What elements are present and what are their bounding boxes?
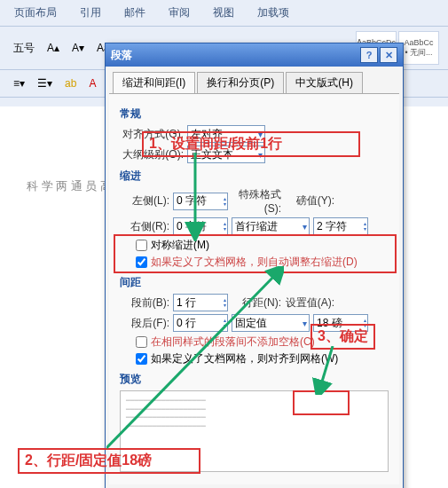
dialog-panel: 常规 对齐方式(G): 左对齐 大纲级别(O): 正文文本 缩进 左侧(L): … xyxy=(109,93,399,484)
at-label: 设置值(A): xyxy=(285,295,334,311)
tab-addins[interactable]: 加载项 xyxy=(254,4,293,22)
shrink-font-icon[interactable]: A▾ xyxy=(67,39,89,57)
tab-line-page[interactable]: 换行和分页(P) xyxy=(197,72,284,93)
dialog-tabs: 缩进和间距(I) 换行和分页(P) 中文版式(H) xyxy=(106,67,403,93)
line-combo[interactable]: 固定值 xyxy=(232,314,310,332)
outline-label: 大纲级别(O): xyxy=(120,147,184,162)
left-label: 左侧(L): xyxy=(120,193,169,209)
dialog-title: 段落 xyxy=(111,48,132,63)
tab-references[interactable]: 引用 xyxy=(76,4,105,22)
left-spin[interactable]: 0 字符 xyxy=(173,193,228,210)
by-spin[interactable]: 2 字符 xyxy=(313,217,368,235)
tab-indent-spacing[interactable]: 缩进和间距(I) xyxy=(113,72,195,93)
section-spacing: 间距 xyxy=(120,275,389,290)
snapgrid-check[interactable] xyxy=(136,353,147,365)
after-spin[interactable]: 0 行 xyxy=(173,314,228,332)
numbering-icon[interactable]: ☰▾ xyxy=(33,75,57,92)
mirror-label: 对称缩进(M) xyxy=(151,238,209,253)
tab-mail[interactable]: 邮件 xyxy=(121,4,149,22)
highlight-icon[interactable]: ab xyxy=(60,75,81,92)
section-general: 常规 xyxy=(120,106,389,122)
autoadj-label: 如果定义了文档网格，则自动调整右缩进(D) xyxy=(151,255,358,270)
right-label: 右侧(R): xyxy=(120,219,169,234)
font-color-icon[interactable]: A xyxy=(84,75,100,92)
section-preview: 预览 xyxy=(120,372,389,387)
snapgrid-label: 如果定义了文档网格，则对齐到网格(W) xyxy=(151,351,338,366)
at-spin[interactable]: 18 磅 xyxy=(313,314,368,332)
align-label: 对齐方式(G): xyxy=(120,127,184,142)
nospace-check[interactable] xyxy=(136,336,147,348)
right-spin[interactable]: 0 字符 xyxy=(173,217,228,235)
outline-combo[interactable]: 正文文本 xyxy=(187,146,265,163)
tab-view[interactable]: 视图 xyxy=(209,4,238,22)
style-nospace[interactable]: AaBbCc• 无间... xyxy=(398,31,439,65)
bullets-icon[interactable]: ≡▾ xyxy=(9,75,29,92)
mirror-check[interactable] xyxy=(136,240,147,251)
paragraph-dialog: 段落 ? ✕ 缩进和间距(I) 换行和分页(P) 中文版式(H) 常规 对齐方式… xyxy=(105,43,404,488)
tab-layout[interactable]: 页面布局 xyxy=(11,4,60,22)
dialog-titlebar[interactable]: 段落 ? ✕ xyxy=(106,43,403,67)
close-icon[interactable]: ✕ xyxy=(380,47,397,63)
tab-review[interactable]: 审阅 xyxy=(165,4,193,22)
align-combo[interactable]: 左对齐 xyxy=(187,125,265,143)
autoadj-check[interactable] xyxy=(136,256,147,268)
font-size-combo[interactable]: 五号 xyxy=(9,38,39,59)
before-label: 段前(B): xyxy=(120,295,169,311)
line-label: 行距(N): xyxy=(232,295,281,311)
help-icon[interactable]: ? xyxy=(360,47,378,63)
before-spin[interactable]: 1 行 xyxy=(173,294,228,311)
special-label: 特殊格式(S): xyxy=(232,187,281,215)
grow-font-icon[interactable]: A▴ xyxy=(43,39,64,57)
ribbon-tabs: 页面布局 引用 邮件 审阅 视图 加载项 xyxy=(0,0,448,27)
preview-box: ━━━━━━━━━━━━━━━━━━━━━━━━━━━━━━━━━━━━━━━━… xyxy=(120,390,389,472)
by-label: 磅值(Y): xyxy=(285,193,334,209)
nospace-label: 在相同样式的段落间不添加空格(C) xyxy=(151,335,315,350)
special-combo[interactable]: 首行缩进 xyxy=(232,217,310,235)
section-indent: 缩进 xyxy=(120,169,389,184)
tab-asian[interactable]: 中文版式(H) xyxy=(286,72,363,93)
after-label: 段后(F): xyxy=(120,316,169,331)
